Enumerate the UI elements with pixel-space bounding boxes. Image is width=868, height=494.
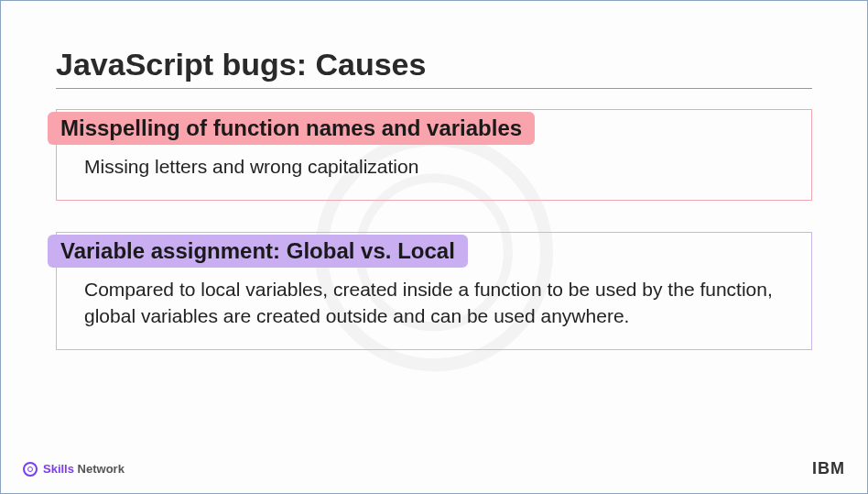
card-heading: Misspelling of function names and variab…: [48, 112, 535, 145]
skills-network-label: Skills Network: [43, 462, 125, 476]
card-variable-assignment: Variable assignment: Global vs. Local Co…: [56, 232, 812, 350]
skills-word: Skills: [43, 462, 74, 476]
network-word: Network: [78, 462, 125, 476]
card-heading: Variable assignment: Global vs. Local: [48, 235, 468, 268]
card-heading-wrap: Misspelling of function names and variab…: [48, 112, 535, 145]
slide-title: JavaScript bugs: Causes: [56, 47, 812, 89]
card-heading-wrap: Variable assignment: Global vs. Local: [48, 235, 468, 268]
ibm-logo: IBM: [812, 459, 845, 478]
card-body: Compared to local variables, created ins…: [84, 277, 784, 329]
slide-content: JavaScript bugs: Causes Misspelling of f…: [56, 47, 812, 350]
card-misspelling: Misspelling of function names and variab…: [56, 109, 812, 201]
footer-left: Skills Network: [23, 462, 125, 477]
footer: Skills Network IBM: [23, 459, 845, 478]
slide: JavaScript bugs: Causes Misspelling of f…: [0, 0, 868, 494]
card-body: Missing letters and wrong capitalization: [84, 154, 784, 180]
skills-network-icon: [23, 462, 38, 477]
